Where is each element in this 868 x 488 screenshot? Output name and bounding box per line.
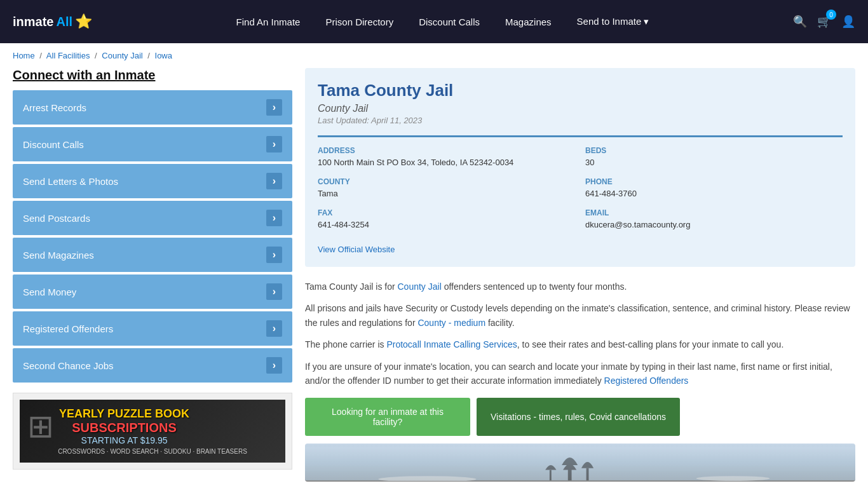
sidebar-label-arrest-records: Arrest Records (23, 102, 86, 113)
header-actions: 🔍 🛒 0 👤 (793, 15, 855, 29)
image-placeholder (305, 444, 855, 482)
arrow-icon: › (266, 136, 282, 152)
sidebar-label-send-money: Send Money (23, 287, 76, 297)
ad-subtitle: SUBSCRIPTIONS (59, 421, 189, 435)
sidebar-btn-send-postcards[interactable]: Send Postcards › (13, 201, 292, 235)
arrow-icon: › (266, 283, 282, 300)
email-value: dkucera@so.tamacounty.org (585, 220, 843, 229)
phone-group: PHONE 641-484-3760 (585, 177, 843, 198)
facility-card: Tama County Jail County Jail Last Update… (305, 68, 855, 267)
facility-type: County Jail (318, 103, 843, 114)
address-group: ADDRESS 100 North Main St PO Box 34, Tol… (318, 146, 575, 167)
address-value: 100 North Main St PO Box 34, Toledo, IA … (318, 158, 575, 167)
main-nav: Find An Inmate Prison Directory Discount… (111, 16, 774, 27)
beds-label: BEDS (585, 146, 843, 155)
sidebar-btn-send-letters[interactable]: Send Letters & Photos › (13, 164, 292, 198)
arrow-icon: › (266, 210, 282, 226)
arrow-icon: › (266, 247, 282, 263)
logo-all-text: All (56, 15, 72, 29)
sidebar-label-discount-calls: Discount Calls (23, 139, 84, 150)
site-header: inmate All ⭐ Find An Inmate Prison Direc… (0, 0, 868, 43)
sidebar-btn-send-magazines[interactable]: Send Magazines › (13, 238, 292, 272)
county-label: COUNTY (318, 177, 575, 186)
sidebar-label-registered-offenders: Registered Offenders (23, 323, 113, 334)
sidebar-label-second-chance-jobs: Second Chance Jobs (23, 360, 114, 371)
breadcrumb: Home / All Facilities / County Jail / Io… (0, 43, 868, 68)
sidebar-btn-registered-offenders[interactable]: Registered Offenders › (13, 311, 292, 346)
svg-rect-0 (305, 447, 855, 480)
action-buttons: Looking for an inmate at this facility? … (305, 398, 855, 436)
facility-image (305, 444, 855, 482)
search-icon[interactable]: 🔍 (793, 15, 807, 29)
arrow-icon: › (266, 357, 282, 374)
svg-rect-2 (587, 468, 589, 480)
sidebar-btn-second-chance-jobs[interactable]: Second Chance Jobs › (13, 348, 292, 383)
main-layout: Connect with an Inmate Arrest Records › … (0, 68, 868, 488)
crossword-icon: ⊞ (27, 410, 54, 442)
arrow-icon: › (266, 320, 282, 337)
ad-types: CROSSWORDS · WORD SEARCH · SUDOKU · BRAI… (27, 448, 278, 455)
beds-group: BEDS 30 (585, 146, 843, 167)
sidebar-label-send-postcards: Send Postcards (23, 213, 90, 224)
breadcrumb-sep2: / (95, 51, 97, 60)
breadcrumb-home[interactable]: Home (13, 51, 35, 60)
breadcrumb-sep3: / (147, 51, 150, 60)
visitations-button[interactable]: Visitations - times, rules, Covid cancel… (477, 398, 680, 436)
fax-value: 641-484-3254 (318, 220, 575, 229)
county-medium-link[interactable]: County - medium (417, 318, 485, 328)
description-para3: The phone carrier is Protocall Inmate Ca… (305, 337, 855, 351)
address-label: ADDRESS (318, 146, 575, 155)
breadcrumb-county-jail[interactable]: County Jail (102, 51, 142, 60)
sidebar-label-send-letters: Send Letters & Photos (23, 176, 118, 187)
phone-label: PHONE (585, 177, 843, 186)
sidebar-btn-discount-calls[interactable]: Discount Calls › (13, 127, 292, 161)
logo-star-icon: ⭐ (75, 13, 92, 30)
user-icon[interactable]: 👤 (841, 15, 855, 29)
nav-prison-directory[interactable]: Prison Directory (325, 17, 393, 27)
connect-title: Connect with an Inmate (13, 68, 292, 83)
arrow-icon: › (266, 99, 282, 116)
facility-details: ADDRESS 100 North Main St PO Box 34, Tol… (318, 135, 843, 254)
description-para2: All prisons and jails have Security or C… (305, 301, 855, 330)
description-para1: Tama County Jail is for County Jail offe… (305, 280, 855, 294)
facility-last-updated: Last Updated: April 11, 2023 (318, 116, 843, 125)
protocall-link[interactable]: Protocall Inmate Calling Services (386, 339, 517, 349)
sidebar-btn-arrest-records[interactable]: Arrest Records › (13, 90, 292, 125)
nav-discount-calls[interactable]: Discount Calls (419, 17, 480, 27)
cart-icon[interactable]: 🛒 0 (817, 15, 831, 29)
nav-magazines[interactable]: Magazines (505, 17, 552, 27)
facility-name: Tama County Jail (318, 81, 843, 100)
email-label: EMAIL (585, 208, 843, 217)
phone-value: 641-484-3760 (585, 189, 843, 198)
beds-value: 30 (585, 158, 843, 167)
svg-rect-3 (550, 470, 552, 480)
county-group: COUNTY Tama (318, 177, 575, 198)
breadcrumb-all-facilities[interactable]: All Facilities (46, 51, 90, 60)
county-value: Tama (318, 189, 575, 198)
nav-send-to-inmate[interactable]: Send to Inmate ▾ (577, 16, 649, 27)
official-website-link[interactable]: View Official Website (318, 245, 843, 254)
looking-for-inmate-button[interactable]: Looking for an inmate at this facility? (305, 398, 470, 436)
cart-count: 0 (826, 10, 836, 20)
email-group: EMAIL dkucera@so.tamacounty.org (585, 208, 843, 229)
sidebar: Connect with an Inmate Arrest Records › … (13, 68, 292, 482)
sidebar-btn-send-money[interactable]: Send Money › (13, 274, 292, 309)
breadcrumb-sep1: / (39, 51, 42, 60)
logo-text: inmate (13, 15, 53, 29)
breadcrumb-state[interactable]: Iowa (155, 51, 172, 60)
ad-title: YEARLY PUZZLE BOOK (59, 407, 189, 421)
sidebar-label-send-magazines: Send Magazines (23, 250, 94, 261)
description-para4: If you are unsure of your inmate's locat… (305, 360, 855, 388)
site-logo[interactable]: inmate All ⭐ (13, 13, 92, 30)
registered-offenders-link[interactable]: Registered Offenders (604, 376, 689, 386)
ad-content: ⊞ YEARLY PUZZLE BOOK SUBSCRIPTIONS START… (20, 400, 285, 463)
county-jail-link[interactable]: County Jail (398, 281, 442, 292)
svg-point-5 (696, 477, 770, 482)
main-content: Tama County Jail County Jail Last Update… (305, 68, 855, 482)
ad-price: STARTING AT $19.95 (59, 435, 189, 445)
arrow-icon: › (266, 173, 282, 189)
fax-group: FAX 641-484-3254 (318, 208, 575, 229)
nav-find-inmate[interactable]: Find An Inmate (236, 17, 301, 27)
sidebar-advertisement[interactable]: ⊞ YEARLY PUZZLE BOOK SUBSCRIPTIONS START… (13, 393, 292, 470)
fax-label: FAX (318, 208, 575, 217)
